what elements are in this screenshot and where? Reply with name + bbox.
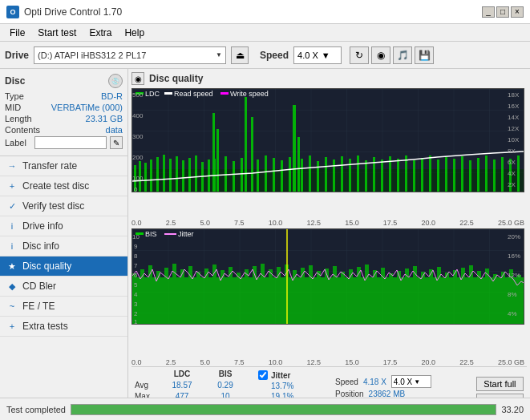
disc-info-icon: i [6,240,18,252]
svg-rect-60 [164,92,172,95]
svg-rect-121 [453,270,457,325]
disc-label-edit-button[interactable]: ✎ [110,136,123,149]
svg-rect-13 [201,162,204,192]
svg-rect-36 [349,159,351,192]
svg-rect-25 [257,160,259,192]
svg-rect-127 [501,272,505,325]
svg-rect-47 [437,160,439,192]
disc-quality-header: ◉ Disc quality [131,72,527,85]
svg-text:8: 8 [134,252,138,260]
svg-rect-53 [485,155,488,192]
svg-rect-113 [389,273,393,325]
svg-text:4X: 4X [508,170,516,177]
svg-rect-87 [180,269,184,325]
svg-text:6: 6 [134,272,138,279]
transfer-rate-icon: → [6,160,18,172]
fe-te-icon: ~ [6,301,18,312]
svg-rect-32 [317,161,319,192]
svg-rect-130 [286,229,288,325]
svg-text:LDC: LDC [145,90,160,98]
content-area: ◉ Disc quality [128,69,530,420]
close-button[interactable]: × [511,6,524,18]
disc-title: Disc [5,75,25,87]
menu-extra[interactable]: Extra [83,26,118,40]
sidebar-label-drive-info: Drive info [22,220,63,232]
drive-selector[interactable]: (D:) ATAPI iHBS312 2 PL17 ▼ [34,46,226,64]
svg-text:14X: 14X [508,114,520,121]
svg-text:4%: 4% [508,310,517,317]
disc-quality-title: Disc quality [149,73,203,84]
disc-contents-value: data [106,125,123,135]
menu-file[interactable]: File [3,26,31,40]
toolbar-btn-1[interactable]: ↻ [350,46,369,64]
menu-start-test[interactable]: Start test [31,26,83,40]
svg-rect-11 [188,158,191,192]
svg-rect-20 [297,137,300,192]
svg-rect-43 [405,155,407,192]
svg-text:10: 10 [132,233,140,240]
sidebar-item-drive-info[interactable]: i Drive info [0,216,127,236]
maximize-button[interactable]: □ [496,6,509,18]
ldc-header: LDC [174,370,191,381]
titlebar-controls[interactable]: _ □ × [482,6,524,18]
progress-bar [71,404,496,415]
toolbar-buttons: ↻ ◉ 🎵 💾 [350,46,434,64]
svg-rect-44 [413,160,415,192]
svg-rect-118 [429,269,433,325]
svg-rect-103 [309,265,313,325]
toolbar-btn-3[interactable]: 🎵 [393,46,412,64]
sidebar-item-disc-quality[interactable]: ★ Disc quality [0,256,127,277]
svg-rect-89 [196,272,200,325]
toolbar-btn-2[interactable]: ◉ [371,46,390,64]
bis-header: BIS [219,370,233,381]
svg-rect-45 [421,158,423,192]
speed-select-box[interactable]: 4.0 X ▼ [391,375,431,388]
svg-text:12X: 12X [508,125,520,132]
sidebar-item-verify-test-disc[interactable]: ✓ Verify test disc [0,196,127,216]
jitter-header-row[interactable]: Jitter [258,370,322,380]
drive-value: (D:) ATAPI iHBS312 2 PL17 [38,50,212,60]
titlebar: O Opti Drive Control 1.70 _ □ × [0,0,530,24]
disc-type-label: Type [5,91,24,101]
svg-rect-29 [289,157,291,192]
speed-val: 4.18 X [363,378,386,386]
svg-text:0: 0 [134,186,138,192]
app-icon: O [6,6,19,18]
sidebar-label-create-test-disc: Create test disc [22,180,89,192]
svg-text:7: 7 [134,262,138,269]
disc-label-input[interactable] [34,136,107,149]
eject-button[interactable]: ⏏ [231,46,249,64]
minimize-button[interactable]: _ [482,6,495,18]
sidebar-item-create-test-disc[interactable]: + Create test disc [0,176,127,196]
svg-text:20%: 20% [508,233,520,240]
disc-quality-icon: ★ [6,260,18,272]
toolbar-btn-4[interactable]: 💾 [415,46,434,64]
sidebar-item-extra-tests[interactable]: + Extra tests [0,317,127,337]
start-full-button[interactable]: Start full [476,377,524,391]
app-title: Opti Drive Control 1.70 [24,6,122,18]
speed-row: Speed 4.18 X 4.0 X ▼ [335,375,431,388]
sidebar-item-transfer-rate[interactable]: → Transfer rate [0,156,127,176]
sidebar-label-fe-te: FE / TE [22,301,55,312]
svg-text:Write speed: Write speed [230,90,269,98]
svg-rect-95 [245,269,249,325]
sidebar-item-disc-info[interactable]: i Disc info [0,236,127,256]
sidebar-item-cd-bler[interactable]: ◆ CD Bler [0,277,127,297]
menu-help[interactable]: Help [118,26,151,40]
svg-rect-55 [501,157,504,192]
speed-selector[interactable]: 4.0 X ▼ [293,46,342,64]
disc-label-row: Label ✎ [5,136,123,149]
svg-rect-97 [261,264,265,325]
speed-label: Speed [260,50,289,61]
sidebar-label-disc-quality: Disc quality [22,260,71,272]
extra-tests-icon: + [6,321,18,332]
svg-text:12%: 12% [508,272,520,279]
svg-rect-49 [453,159,455,192]
svg-rect-9 [176,156,178,192]
sidebar-item-fe-te[interactable]: ~ FE / TE [0,297,127,317]
svg-rect-98 [269,269,273,325]
svg-text:Read speed: Read speed [174,90,213,98]
svg-text:18X: 18X [508,91,520,99]
jitter-checkbox[interactable] [258,370,268,380]
svg-text:16%: 16% [508,252,520,260]
